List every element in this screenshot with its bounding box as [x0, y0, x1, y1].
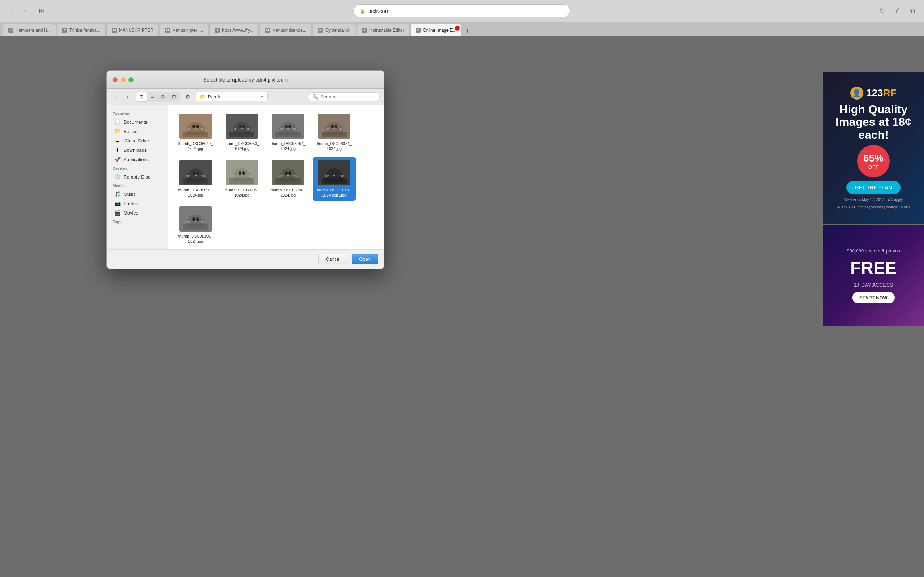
dialog-title: Select file to upload by cdn4.pixlr.com [203, 77, 288, 82]
list-view-button[interactable]: ≡ [147, 92, 157, 101]
svg-point-59 [335, 126, 337, 127]
svg-rect-101 [229, 178, 254, 184]
sidebar-item-faelles[interactable]: 📁Fælles [108, 127, 166, 136]
tab-7[interactable]: IInstructable Editor [357, 24, 410, 36]
search-input[interactable] [320, 94, 375, 100]
open-button[interactable]: Open [352, 254, 378, 264]
sidebar-item-music[interactable]: 🎵Music [108, 189, 166, 199]
maximize-button[interactable] [129, 77, 134, 82]
ad-cta2-button[interactable]: START NOW [852, 292, 895, 303]
minimize-button[interactable] [121, 77, 126, 82]
sidebar-item-movies[interactable]: 🎬Movies [108, 208, 166, 218]
sidebar-section-devices: Devices [107, 164, 168, 172]
ad-logo: 123RF [866, 87, 897, 99]
svg-point-93 [243, 172, 244, 174]
dialog-sidebar: Favorites📄Documents📁Fælles☁iCloud Drive⬇… [107, 105, 168, 249]
svg-point-143 [193, 219, 195, 220]
location-bar[interactable]: 📁 Panda ▼ [195, 92, 268, 102]
svg-point-94 [241, 174, 243, 176]
ad-discount-off: OFF [868, 164, 879, 170]
tab-3[interactable]: MManuskripter |... [160, 24, 208, 36]
forward-button[interactable]: › [19, 5, 31, 16]
nav-buttons: ‹ › [6, 5, 31, 16]
tabs-bar: HHammers and H...TTúnica femina...MMANUS… [0, 22, 924, 36]
tab-favicon: I [362, 28, 367, 33]
sidebar-item-documents[interactable]: 📄Documents [108, 117, 166, 127]
file-item[interactable]: thumb_DSC08091_ 1024.jpg [174, 157, 217, 201]
sidebar-item-label-documents: Documents [123, 119, 147, 125]
ad-bottom-banner: 800,000 vectors & photos FREE 14-DAY ACC… [823, 225, 924, 326]
column-view-button[interactable]: ⧉ [158, 92, 168, 101]
tab-0[interactable]: HHammers and H... [3, 24, 56, 36]
sidebar-item-photos[interactable]: 📷Photos [108, 199, 166, 208]
file-item[interactable]: thumb_DSC08101_ 1024 copy.jpg [313, 157, 356, 201]
location-text: Panda [208, 94, 258, 100]
ad-sub-types: ALTY-FREE photos | vectors | footage | a… [837, 205, 910, 209]
svg-point-76 [197, 172, 198, 174]
ad-discount-pct: 65% [863, 153, 884, 164]
file-item[interactable]: thumb_DSC08101_ 1024.jpg [174, 203, 217, 247]
browser-toolbar: ‹ › ⊞ 🔒 pixlr.com ↻ ⎙ ⧉ [0, 0, 924, 22]
sidebar-item-label-applications: Applications [123, 157, 149, 162]
sidebar-item-label-faelles: Fælles [123, 129, 137, 134]
ad-vectors-count: 800,000 vectors & photos [847, 248, 900, 253]
tab-label: Online Image E... [423, 28, 457, 33]
windows-button[interactable]: ⧉ [907, 5, 918, 16]
share-button[interactable]: ⎙ [892, 5, 904, 16]
sidebar-toggle-button[interactable]: ⊞ [36, 5, 47, 16]
new-tab-button[interactable]: + [462, 26, 472, 36]
file-name: thumb_DSC08074_ 1024.jpg [315, 141, 353, 152]
tab-1[interactable]: TTúnica femina... [57, 24, 105, 36]
svg-point-110 [289, 172, 291, 174]
ad-cta-button[interactable]: GET THE PLAN [846, 181, 901, 194]
tab-8[interactable]: OOnline Image E...2 [410, 24, 462, 36]
ad-top-banner: 👤 123RF High Quality Images at 18¢ each!… [823, 72, 924, 224]
refresh-button[interactable]: ↻ [876, 5, 888, 16]
search-bar: 🔍 [307, 92, 380, 102]
tab-5[interactable]: MManusindsende... [260, 24, 312, 36]
file-item[interactable]: thumb_DSC08049_ 1024.jpg [174, 111, 217, 154]
svg-rect-152 [183, 224, 208, 230]
file-item[interactable]: thumb_DSC08053_ 1024.jpg [220, 111, 263, 154]
address-bar: 🔒 pixlr.com [353, 4, 570, 17]
file-item[interactable]: thumb_DSC08096_ 1024.jpg [267, 157, 310, 201]
file-name: thumb_DSC08095_ 1024.jpg [223, 187, 261, 198]
grid-view-button[interactable]: ⊞ [136, 92, 147, 101]
sidebar-item-icloud[interactable]: ☁iCloud Drive [108, 136, 166, 145]
svg-rect-16 [183, 132, 208, 137]
svg-point-75 [193, 172, 195, 174]
file-dialog: Select file to upload by cdn4.pixlr.com … [107, 70, 384, 269]
svg-rect-118 [275, 178, 300, 184]
file-item[interactable]: thumb_DSC08095_ 1024.jpg [220, 157, 263, 201]
ad-deal-note: *Deal ends May 17, 2017. T&C apply. [843, 198, 903, 201]
tab-2[interactable]: MMANUSKRIPTER [107, 24, 159, 36]
close-button[interactable] [113, 77, 118, 82]
file-thumbnail [179, 206, 212, 232]
sidebar-item-remote-disc[interactable]: 💿Remote Disc [108, 172, 166, 181]
file-item[interactable]: thumb_DSC08074_ 1024.jpg [313, 111, 356, 154]
documents-icon: 📄 [114, 119, 121, 125]
svg-point-126 [332, 172, 333, 174]
sidebar-item-downloads[interactable]: ⬇Downloads [108, 145, 166, 155]
icloud-icon: ☁ [114, 138, 121, 143]
file-item[interactable]: thumb_DSC08057_ 1024.jpg [267, 111, 310, 154]
tab-label: Túnica femina... [69, 28, 100, 33]
svg-point-24 [239, 126, 241, 127]
back-nav-button[interactable]: ‹ [111, 92, 121, 102]
sidebar-item-applications[interactable]: 🚀Applications [108, 155, 166, 164]
ad-discount-badge: 65% OFF [857, 145, 890, 177]
sidebar-item-label-music: Music [123, 192, 136, 197]
svg-point-9 [195, 128, 197, 129]
arrange-button[interactable]: ⚙ [183, 92, 193, 102]
cover-view-button[interactable]: ⊟ [169, 92, 179, 101]
svg-point-145 [195, 221, 197, 222]
tab-favicon: F [215, 28, 220, 33]
forward-nav-button[interactable]: › [123, 92, 133, 102]
tab-4[interactable]: Fhttps://www.fry... [209, 24, 259, 36]
tab-6[interactable]: GGyldendal.dk [313, 24, 356, 36]
tab-favicon: G [318, 28, 323, 33]
back-button[interactable]: ‹ [6, 5, 17, 16]
tab-favicon: H [8, 28, 13, 33]
cancel-button[interactable]: Cancel [318, 254, 348, 264]
svg-point-109 [286, 172, 287, 174]
